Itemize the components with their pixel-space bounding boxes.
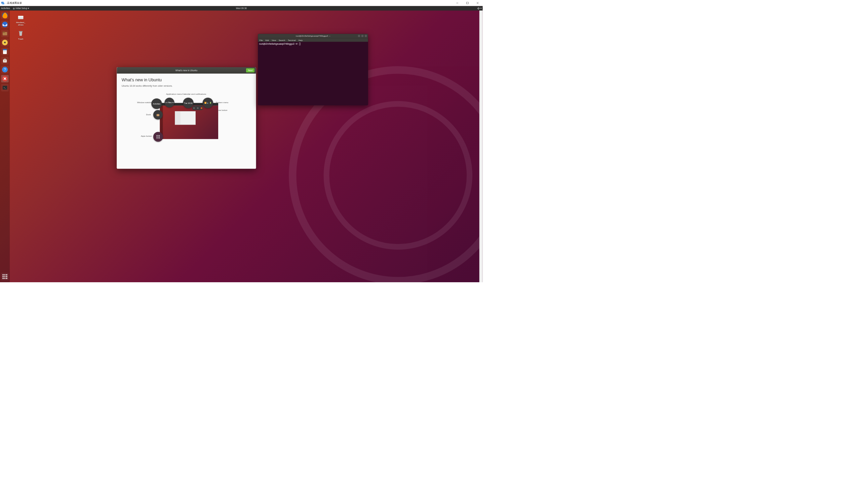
drive-icon	[17, 13, 24, 21]
terminal-minimize-button[interactable]	[358, 35, 361, 37]
desktop-icon-trash[interactable]: Trash	[13, 29, 28, 40]
menu-help[interactable]: Help	[298, 39, 303, 41]
welcome-title: What's new in Ubuntu	[175, 69, 197, 72]
menu-search[interactable]: Search	[279, 39, 285, 41]
dock-settings[interactable]	[1, 75, 9, 82]
dock-writer[interactable]	[1, 48, 9, 55]
dock-terminal[interactable]: >_	[1, 84, 9, 91]
rdp-close-button[interactable]	[473, 0, 483, 6]
rdp-window-title: - 远程桌面连接	[6, 1, 452, 5]
apps-grid-icon	[156, 135, 160, 138]
welcome-heading: What's new in Ubuntu	[122, 78, 251, 83]
chevron-down-icon: ▾	[480, 7, 481, 10]
dock-software[interactable]: A	[1, 57, 9, 64]
svg-rect-11	[3, 31, 5, 32]
diagram-system-chip: 📶 🔈 🔋	[203, 98, 213, 108]
folder-icon: ▭	[166, 102, 167, 104]
diagram-files-chip: ▭ Files ▾	[165, 98, 174, 107]
dock-thunderbird[interactable]	[1, 21, 9, 28]
terminal-window-controls	[358, 35, 367, 37]
svg-rect-3	[467, 2, 469, 4]
svg-rect-30	[157, 114, 159, 116]
svg-point-7	[326, 104, 470, 247]
welcome-window: What's new in Ubuntu Next What's new in …	[117, 67, 256, 169]
show-applications-button[interactable]	[1, 273, 9, 280]
diagram-apps-button-chip	[153, 132, 163, 142]
initial-setup-label: Initial Setup	[15, 7, 27, 10]
desktop-icon-thinclient-drives[interactable]: thinclient_ drives	[13, 13, 28, 26]
diagram-activities-chip: Activities	[151, 98, 162, 109]
diagram-time-chip: Tue 13:32	[183, 98, 193, 108]
welcome-subtext: Ubuntu 18.04 works differently from olde…	[122, 84, 251, 87]
welcome-diagram: Application menu Calendar and notificati…	[122, 92, 251, 160]
desktop-icon-label: thinclient_ drives	[13, 22, 28, 26]
welcome-titlebar[interactable]: What's new in Ubuntu Next	[117, 67, 256, 74]
svg-rect-28	[18, 16, 24, 17]
power-icon: ⏻	[478, 7, 480, 10]
dock-files[interactable]	[1, 29, 9, 37]
label-dock: Dock	[146, 114, 151, 116]
chevron-down-icon: ▾	[172, 102, 173, 104]
rdp-icon	[1, 1, 4, 5]
chip-text: Activities	[153, 103, 160, 105]
chevron-down-icon: ▾	[28, 7, 29, 10]
diagram-mini-window	[175, 111, 196, 125]
welcome-body: What's new in Ubuntu Ubuntu 18.04 works …	[117, 74, 256, 164]
diagram-mini-desktop	[160, 103, 218, 139]
terminal-maximize-button[interactable]	[362, 35, 364, 37]
terminal-titlebar[interactable]: root@iZm5e0whgeuawpl740bggoZ: ~	[258, 34, 368, 38]
terminal-prompt: root@iZm5e0whgeuawpl740bggoZ:~#	[259, 43, 298, 45]
svg-point-13	[4, 42, 5, 43]
label-calendar: Calendar and notifications	[182, 93, 206, 95]
menu-terminal[interactable]: Terminal	[288, 39, 296, 41]
dock: A ? >_	[0, 10, 10, 282]
desktop-icon-label: Trash	[13, 38, 28, 40]
gnome-topbar: Activities ⚙ Initial Setup ▾ Wed 09:30 ⏻…	[0, 6, 483, 10]
terminal-cursor	[299, 43, 301, 45]
terminal-window: root@iZm5e0whgeuawpl740bggoZ: ~ File Edi…	[258, 34, 368, 106]
chip-text: Files	[168, 102, 172, 104]
trash-icon	[17, 29, 24, 37]
svg-text:A: A	[4, 60, 6, 62]
rdp-minimize-button[interactable]	[452, 0, 462, 6]
rdp-window-controls	[452, 0, 483, 6]
svg-rect-24	[4, 78, 5, 79]
chip-text: Tue 13:32	[184, 102, 192, 104]
rdp-titlebar: - 远程桌面连接	[0, 0, 483, 6]
svg-text:?: ?	[4, 68, 6, 71]
gear-icon: ⚙	[13, 8, 15, 10]
label-window-switcher: Window switcher	[137, 102, 153, 104]
terminal-close-button[interactable]	[365, 35, 367, 37]
desktop-icons: thinclient_ drives Trash	[13, 13, 28, 40]
terminal-title: root@iZm5e0whgeuawpl740bggoZ: ~	[296, 35, 330, 37]
menu-view[interactable]: View	[272, 39, 276, 41]
dock-help[interactable]: ?	[1, 66, 9, 73]
svg-rect-15	[3, 49, 7, 50]
system-status-area[interactable]: ⏻ ▾	[478, 7, 481, 10]
diagram-window-controls	[192, 106, 204, 110]
initial-setup-menu[interactable]: ⚙ Initial Setup ▾	[13, 7, 29, 10]
dock-firefox[interactable]	[1, 12, 9, 19]
label-apps-button: Apps button	[141, 135, 152, 137]
next-button[interactable]: Next	[246, 68, 254, 72]
svg-text:>_: >_	[4, 87, 6, 89]
dock-rhythmbox[interactable]	[1, 39, 9, 46]
apps-grid-icon	[2, 274, 8, 279]
diagram-dock-chip	[153, 110, 163, 120]
menu-edit[interactable]: Edit	[265, 39, 269, 41]
label-application-menu: Application menu	[166, 93, 182, 95]
activities-button[interactable]: Activities	[1, 7, 10, 10]
svg-rect-1	[2, 3, 4, 4]
terminal-body[interactable]: root@iZm5e0whgeuawpl740bggoZ:~#	[258, 42, 368, 46]
ubuntu-desktop[interactable]: Activities ⚙ Initial Setup ▾ Wed 09:30 ⏻…	[0, 6, 483, 282]
terminal-menubar: File Edit View Search Terminal Help	[258, 38, 368, 42]
svg-rect-29	[19, 31, 23, 31]
clock[interactable]: Wed 09:30	[236, 7, 247, 10]
menu-file[interactable]: File	[260, 39, 263, 41]
rdp-maximize-button[interactable]	[462, 0, 472, 6]
rdp-scrollbar[interactable]	[480, 6, 483, 282]
